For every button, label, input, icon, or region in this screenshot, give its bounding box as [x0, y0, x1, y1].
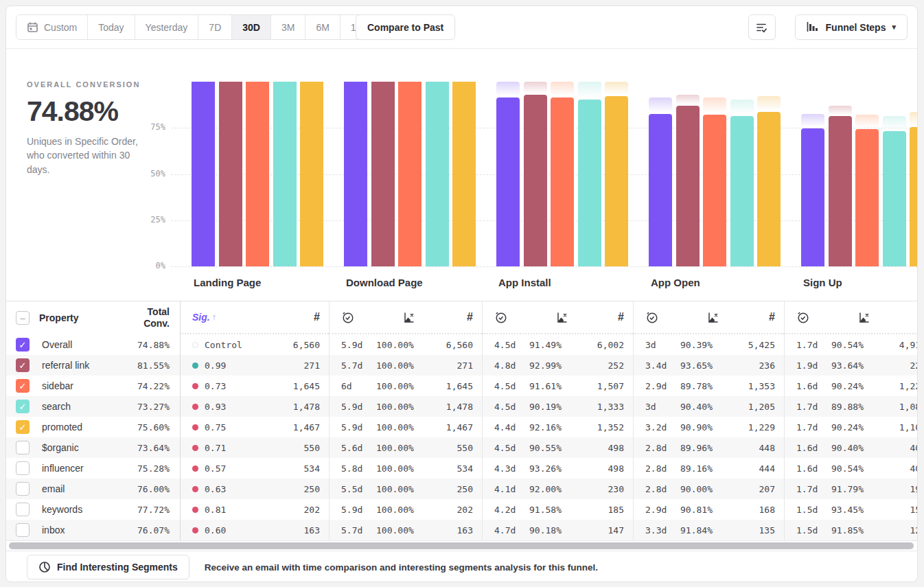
date-range-6m[interactable]: 6M	[305, 15, 340, 39]
funnel-bar[interactable]	[730, 116, 754, 266]
property-cell: ✓Overall74.88%	[6, 334, 180, 355]
footer-bar: Find Interesting Segments Receive an ema…	[6, 551, 917, 582]
funnel-bar[interactable]	[426, 82, 449, 266]
step-count: 163	[457, 525, 473, 536]
property-checkbox[interactable]: ✓	[16, 379, 30, 393]
funnel-bar[interactable]	[578, 100, 601, 266]
conversion-trend-icon[interactable]	[706, 311, 720, 324]
table-row: inbox76.07%0.601635.7d100.00%1634.7d90.1…	[6, 520, 917, 540]
funnel-bar[interactable]	[883, 131, 906, 266]
funnel-bar[interactable]	[801, 128, 824, 266]
conversion-trend-icon[interactable]	[857, 311, 871, 324]
hash-icon[interactable]: #	[769, 311, 775, 323]
significance-cell: 0.71550	[180, 437, 329, 458]
bar-group-landing-page	[192, 82, 323, 266]
sig-dot-icon	[192, 486, 198, 492]
step-conversion-rate: 90.00%	[680, 484, 713, 494]
conversion-trend-icon[interactable]	[555, 311, 569, 324]
funnel-bar[interactable]	[703, 115, 726, 266]
hash-icon[interactable]: #	[618, 311, 624, 323]
date-range-custom[interactable]: Custom	[16, 15, 88, 39]
funnel-bar[interactable]	[524, 95, 547, 266]
clock-check-icon[interactable]	[341, 311, 376, 324]
bar-previous-step-cap	[855, 115, 879, 130]
find-interesting-segments-button[interactable]: Find Interesting Segments	[27, 555, 189, 579]
property-checkbox[interactable]	[16, 461, 30, 475]
edit-columns-button[interactable]	[748, 14, 776, 40]
significance-cell: 0.931,478	[180, 396, 329, 417]
date-range-3m[interactable]: 3M	[271, 15, 305, 39]
conversion-trend-icon[interactable]	[402, 311, 416, 324]
funnel-steps-dropdown[interactable]: Funnel Steps ▾	[795, 14, 908, 40]
property-header-cell: – Property TotalConv.	[6, 301, 180, 334]
property-checkbox[interactable]: ✓	[16, 400, 30, 413]
property-checkbox[interactable]	[16, 523, 30, 537]
step-cell: 4.8d92.99%252	[482, 355, 633, 376]
step-count: 190	[910, 484, 918, 494]
property-checkbox[interactable]: ✓	[16, 338, 30, 352]
sig-dot-icon	[192, 445, 198, 451]
funnel-bar[interactable]	[246, 82, 269, 266]
funnel-bar[interactable]	[192, 82, 215, 266]
step-conversion-rate: 100.00%	[376, 360, 414, 371]
sig-sort-header[interactable]: Sig.	[192, 312, 210, 323]
overall-conversion-value: 74.88%	[27, 95, 154, 128]
time-to-convert-value: 5.8d	[341, 463, 376, 474]
funnel-bar[interactable]	[371, 82, 395, 266]
compare-to-past-button[interactable]: Compare to Past	[356, 14, 455, 40]
funnel-bar[interactable]	[300, 82, 323, 266]
property-checkbox[interactable]	[16, 482, 30, 496]
hash-icon[interactable]: #	[467, 311, 473, 323]
sig-dot-icon	[192, 342, 198, 348]
property-checkbox[interactable]	[16, 441, 30, 454]
funnel-bar[interactable]	[829, 116, 852, 266]
bar-previous-step-cap	[649, 97, 672, 114]
funnel-bar[interactable]	[452, 82, 476, 266]
funnel-steps-label: Funnel Steps	[826, 22, 886, 33]
property-checkbox[interactable]	[16, 503, 30, 516]
date-range-yesterday[interactable]: Yesterday	[135, 15, 199, 39]
table-row: ✓referral link81.55%0.992715.7d100.00%27…	[6, 355, 917, 376]
date-range-today[interactable]: Today	[88, 15, 135, 39]
funnel-step-label: App Open	[651, 277, 700, 288]
significance-header-cell: Sig. ↑ #	[180, 301, 329, 334]
funnel-bar[interactable]	[496, 97, 520, 266]
date-range-7d[interactable]: 7D	[198, 15, 232, 39]
step-cell: 5.7d100.00%163	[329, 520, 482, 540]
bar-chart-icon	[807, 21, 820, 34]
funnel-bar[interactable]	[219, 82, 242, 266]
date-range-30d[interactable]: 30D	[232, 15, 271, 39]
funnel-bar[interactable]	[676, 106, 700, 266]
step-count: 202	[304, 505, 320, 515]
clock-check-icon[interactable]	[645, 311, 680, 324]
property-checkbox[interactable]: ✓	[16, 358, 30, 372]
clock-check-icon[interactable]	[796, 311, 831, 324]
property-checkbox[interactable]: ✓	[16, 420, 30, 434]
funnel-bar[interactable]	[757, 112, 781, 266]
funnel-bar[interactable]	[855, 129, 879, 266]
date-range-label: Yesterday	[146, 22, 188, 33]
funnel-bar[interactable]	[344, 82, 367, 266]
sig-value: 0.63	[205, 484, 226, 494]
property-label: email	[42, 483, 65, 494]
horizontal-scrollbar[interactable]	[9, 542, 914, 549]
funnel-bar[interactable]	[273, 82, 297, 266]
funnel-step-label: Download Page	[346, 277, 423, 288]
funnel-bar[interactable]	[605, 96, 628, 266]
step-count: 405	[910, 443, 918, 453]
step-conversion-rate: 90.81%	[680, 505, 713, 515]
bar-previous-step-cap	[578, 82, 601, 100]
date-range-label: 30D	[242, 22, 260, 33]
step-conversion-rate: 100.00%	[376, 525, 414, 536]
step-count: 1,083	[899, 402, 918, 412]
funnel-bar[interactable]	[398, 82, 421, 266]
funnel-bar[interactable]	[649, 114, 672, 266]
funnel-bar[interactable]	[551, 97, 574, 266]
clock-check-icon[interactable]	[494, 311, 529, 324]
funnel-bar-column	[452, 82, 476, 266]
funnel-bar[interactable]	[910, 127, 917, 266]
step-cell: 5.9d100.00%6,560	[329, 334, 482, 355]
hash-icon[interactable]: #	[314, 311, 320, 323]
select-all-checkbox[interactable]: –	[16, 311, 30, 325]
funnel-step-label: Landing Page	[194, 277, 261, 288]
